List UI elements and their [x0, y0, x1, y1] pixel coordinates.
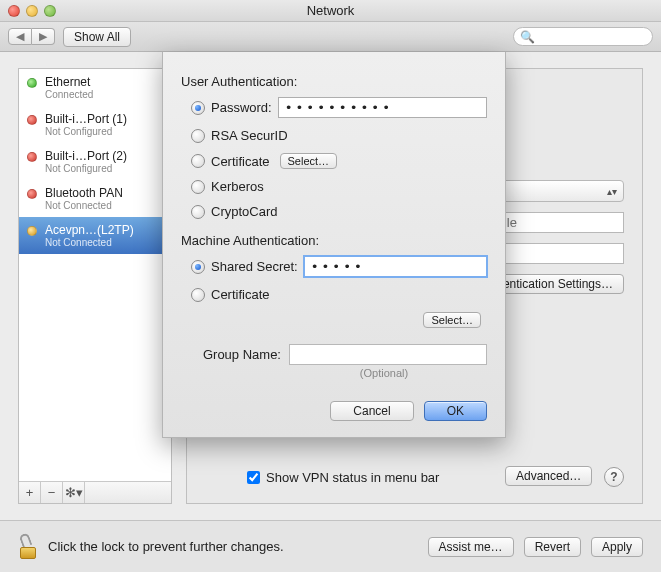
cryptocard-label: CryptoCard [211, 204, 277, 219]
sidebar-item-ethernet[interactable]: Ethernet Connected [19, 69, 171, 106]
assist-me-button[interactable]: Assist me… [428, 537, 514, 557]
sidebar-item-sub: Connected [45, 89, 93, 100]
sidebar-item-title: Built-i…Port (2) [45, 149, 127, 163]
status-dot-icon [27, 189, 37, 199]
sidebar-item-sub: Not Connected [45, 237, 134, 248]
ok-button[interactable]: OK [424, 401, 487, 421]
user-auth-options: Password: •••••••••• RSA SecurID Certifi… [191, 97, 487, 219]
search-icon: 🔍 [520, 30, 535, 44]
status-dot-icon [27, 152, 37, 162]
user-auth-heading: User Authentication: [181, 74, 487, 89]
sidebar-item-builtin-port-1[interactable]: Built-i…Port (1) Not Configured [19, 106, 171, 143]
sidebar-item-bluetooth-pan[interactable]: Bluetooth PAN Not Connected [19, 180, 171, 217]
status-dot-icon [27, 226, 37, 236]
sidebar-toolbar-spacer [85, 482, 171, 503]
user-certificate-select-button[interactable]: Select… [280, 153, 338, 169]
machine-auth-options: Shared Secret: ••••• Certificate Select… [191, 256, 487, 328]
kerberos-label: Kerberos [211, 179, 264, 194]
sidebar-item-title: Bluetooth PAN [45, 186, 123, 200]
updown-caret-icon: ▴▾ [607, 186, 617, 197]
rsa-securid-radio[interactable] [191, 129, 205, 143]
sidebar-item-title: Built-i…Port (1) [45, 112, 127, 126]
sidebar-item-sub: Not Configured [45, 126, 127, 137]
machine-certificate-radio[interactable] [191, 288, 205, 302]
show-vpn-row: Show VPN status in menu bar [247, 470, 439, 485]
chevron-right-icon: ▶ [39, 30, 47, 42]
group-name-label: Group Name: [181, 347, 281, 362]
nav-segment: ◀ ▶ [8, 28, 55, 45]
apply-button[interactable]: Apply [591, 537, 643, 557]
back-button[interactable]: ◀ [8, 28, 32, 45]
forward-button[interactable]: ▶ [32, 28, 55, 45]
user-auth-kerberos-row: Kerberos [191, 179, 487, 194]
group-name-row: Group Name: [181, 344, 487, 365]
user-certificate-radio[interactable] [191, 154, 205, 168]
help-button[interactable]: ? [604, 467, 624, 487]
group-name-optional: (Optional) [281, 367, 487, 379]
password-radio-label: Password: [211, 100, 272, 115]
machine-auth-heading: Machine Authentication: [181, 233, 487, 248]
machine-auth-certificate-row: Certificate [191, 287, 487, 302]
service-actions-button[interactable]: ✻▾ [63, 482, 85, 503]
machine-auth-shared-secret-row: Shared Secret: ••••• [191, 256, 487, 277]
show-vpn-status-label: Show VPN status in menu bar [266, 470, 439, 485]
sidebar-item-sub: Not Configured [45, 163, 127, 174]
sidebar-item-acevpn-l2tp[interactable]: Acevpn…(L2TP) Not Connected [19, 217, 171, 254]
sidebar-toolbar: + − ✻▾ [19, 481, 171, 503]
window-title: Network [0, 3, 661, 18]
rsa-securid-label: RSA SecurID [211, 128, 288, 143]
user-auth-certificate-row: Certificate Select… [191, 153, 487, 169]
password-field[interactable]: •••••••••• [278, 97, 487, 118]
status-dot-icon [27, 115, 37, 125]
machine-cert-select-row: Select… [191, 312, 487, 328]
shared-secret-field[interactable]: ••••• [304, 256, 487, 277]
machine-certificate-label: Certificate [211, 287, 270, 302]
show-vpn-status-checkbox[interactable] [247, 471, 260, 484]
user-certificate-label: Certificate [211, 154, 270, 169]
machine-certificate-select-button[interactable]: Select… [423, 312, 481, 328]
sidebar-item-builtin-port-2[interactable]: Built-i…Port (2) Not Configured [19, 143, 171, 180]
user-auth-password-row: Password: •••••••••• [191, 97, 487, 118]
cancel-button[interactable]: Cancel [330, 401, 413, 421]
chevron-left-icon: ◀ [16, 30, 24, 42]
authentication-sheet: User Authentication: Password: •••••••••… [162, 52, 506, 438]
status-dot-icon [27, 78, 37, 88]
user-auth-rsa-row: RSA SecurID [191, 128, 487, 143]
password-radio[interactable] [191, 101, 205, 115]
show-all-button[interactable]: Show All [63, 27, 131, 47]
sidebar-item-title: Acevpn…(L2TP) [45, 223, 134, 237]
search-field[interactable]: 🔍 [513, 27, 653, 46]
group-name-field[interactable] [289, 344, 487, 365]
toolbar: ◀ ▶ Show All 🔍 [0, 22, 661, 52]
remove-service-button[interactable]: − [41, 482, 63, 503]
sidebar-item-title: Ethernet [45, 75, 93, 89]
user-auth-cryptocard-row: CryptoCard [191, 204, 487, 219]
service-list: Ethernet Connected Built-i…Port (1) Not … [19, 69, 171, 481]
lock-text: Click the lock to prevent further change… [48, 539, 284, 554]
advanced-row: Advanced… ? [505, 466, 624, 487]
cryptocard-radio[interactable] [191, 205, 205, 219]
advanced-button[interactable]: Advanced… [505, 466, 592, 486]
shared-secret-label: Shared Secret: [211, 259, 298, 274]
lock-icon[interactable] [18, 535, 38, 559]
bottom-bar: Click the lock to prevent further change… [0, 520, 661, 572]
services-sidebar: Ethernet Connected Built-i…Port (1) Not … [18, 68, 172, 504]
revert-button[interactable]: Revert [524, 537, 581, 557]
titlebar: Network [0, 0, 661, 22]
add-service-button[interactable]: + [19, 482, 41, 503]
shared-secret-radio[interactable] [191, 260, 205, 274]
sidebar-item-sub: Not Connected [45, 200, 123, 211]
kerberos-radio[interactable] [191, 180, 205, 194]
sheet-button-row: Cancel OK [181, 401, 487, 421]
